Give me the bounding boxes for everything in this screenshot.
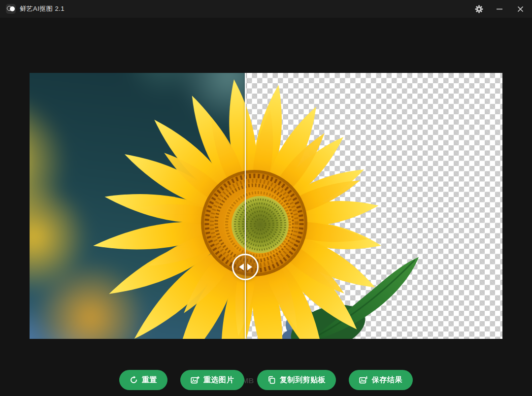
compare-divider-line[interactable] bbox=[245, 73, 246, 339]
action-button-row: 重置 重选图片 复制到剪贴板 保存结果 bbox=[0, 370, 532, 390]
reselect-image-button[interactable]: 重选图片 bbox=[180, 370, 244, 390]
app-logo-icon bbox=[6, 4, 16, 14]
copy-to-clipboard-button[interactable]: 复制到剪贴板 bbox=[257, 370, 336, 390]
arrow-left-icon bbox=[239, 264, 244, 270]
reset-icon bbox=[130, 376, 138, 384]
copy-icon bbox=[267, 376, 276, 384]
settings-gear-icon[interactable] bbox=[472, 2, 486, 16]
image-plus-icon bbox=[191, 376, 200, 385]
save-result-button[interactable]: 保存结果 bbox=[349, 370, 413, 390]
image-save-icon bbox=[359, 376, 368, 385]
minimize-icon[interactable] bbox=[493, 2, 506, 16]
reset-button[interactable]: 重置 bbox=[119, 370, 167, 390]
sunflower-illustration bbox=[30, 73, 502, 339]
close-icon[interactable] bbox=[513, 2, 527, 16]
arrow-right-icon bbox=[247, 264, 252, 270]
compare-slider-handle[interactable] bbox=[232, 254, 259, 280]
app-title: 鲜艺AI抠图 2.1 bbox=[20, 4, 65, 13]
titlebar: 鲜艺AI抠图 2.1 bbox=[0, 0, 532, 18]
image-compare-panel bbox=[30, 73, 502, 339]
